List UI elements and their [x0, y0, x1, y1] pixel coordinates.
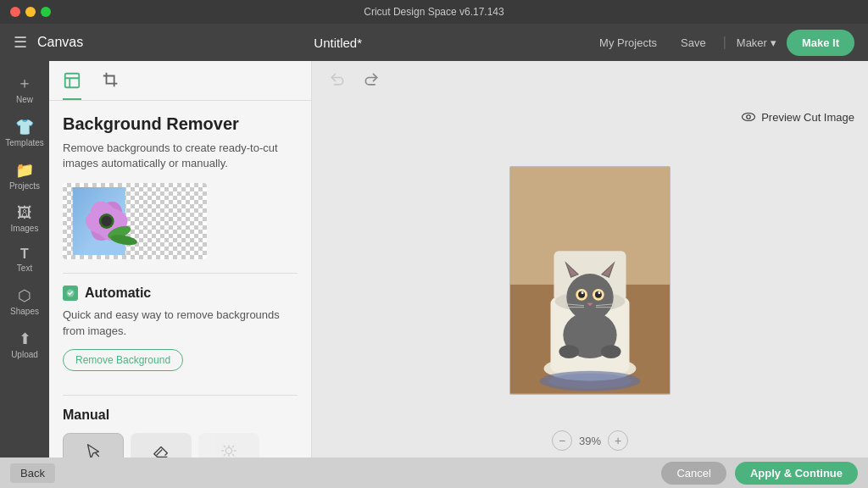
sidebar-item-upload[interactable]: ⬆ Upload	[0, 324, 49, 364]
svg-point-38	[601, 345, 621, 358]
select-icon	[84, 442, 103, 458]
left-panel: Background Remover Remove backgrounds to…	[49, 61, 312, 458]
bottom-right: Cancel Apply & Continue	[661, 462, 858, 485]
make-it-button[interactable]: Make It	[787, 30, 854, 56]
close-icon[interactable]	[10, 7, 20, 17]
sidebar-item-templates[interactable]: 👕 Templates	[0, 113, 49, 152]
maker-button[interactable]: Maker ▾	[737, 36, 776, 49]
sidebar-label-new: New	[16, 95, 33, 104]
flower-preview-image	[67, 187, 169, 255]
new-icon: ＋	[17, 73, 32, 93]
upload-icon: ⬆	[19, 330, 31, 348]
text-icon: T	[20, 247, 29, 262]
svg-point-40	[548, 373, 632, 388]
tab-background-remover[interactable]	[63, 61, 81, 100]
maker-label: Maker	[737, 36, 767, 49]
sidebar-item-images[interactable]: 🖼 Images	[0, 199, 49, 238]
panel-description: Remove backgrounds to create ready-to-cu…	[63, 141, 298, 171]
sidebar-label-projects: Projects	[9, 181, 40, 191]
titlebar: Cricut Design Space v6.17.143	[0, 0, 868, 24]
svg-point-12	[743, 114, 755, 121]
preview-cut-button[interactable]: Preview Cut Image	[741, 109, 854, 125]
sidebar-item-new[interactable]: ＋ New	[0, 68, 49, 109]
svg-point-22	[566, 274, 613, 320]
save-button[interactable]: Save	[674, 33, 713, 53]
cat-image	[509, 166, 670, 395]
sidebar-item-projects[interactable]: 📁 Projects	[0, 156, 49, 196]
svg-rect-0	[65, 74, 80, 88]
sidebar-item-shapes[interactable]: ⬡ Shapes	[0, 281, 49, 321]
sidebar-label-images: Images	[11, 224, 39, 233]
bottom-bar: Back Cancel Apply & Continue	[0, 458, 868, 488]
my-projects-button[interactable]: My Projects	[593, 33, 664, 53]
redo-button[interactable]	[359, 68, 383, 96]
cat-image-svg	[510, 167, 670, 394]
sidebar-label-upload: Upload	[11, 350, 38, 359]
app-title: Cricut Design Space v6.17.143	[364, 6, 504, 18]
divider-1	[63, 273, 298, 274]
svg-point-31	[581, 291, 584, 294]
zoom-out-button[interactable]: −	[552, 430, 572, 451]
select-tool-button[interactable]: Select	[63, 433, 124, 458]
cancel-button[interactable]: Cancel	[661, 462, 726, 485]
sidebar-label-text: Text	[17, 263, 32, 273]
zoom-in-button[interactable]: +	[608, 430, 628, 451]
preview-thumbnail	[63, 183, 207, 259]
canvas-toolbar	[312, 61, 868, 103]
canvas-area: Preview Cut Image	[312, 61, 868, 458]
divider-2	[63, 395, 298, 396]
svg-point-11	[225, 447, 231, 453]
images-icon: 🖼	[17, 204, 32, 222]
panel-content: Background Remover Remove backgrounds to…	[49, 101, 311, 458]
erase-tool-button[interactable]: Erase	[131, 433, 192, 458]
shapes-icon: ⬡	[18, 286, 31, 305]
manual-title: Manual	[63, 408, 298, 423]
erase-icon	[152, 441, 170, 458]
main-layout: ＋ New 👕 Templates 📁 Projects 🖼 Images T …	[0, 61, 868, 458]
divider: |	[723, 35, 726, 50]
undo-button[interactable]	[326, 68, 349, 96]
automatic-title: Automatic	[85, 286, 151, 301]
doc-title: Untitled*	[97, 36, 579, 50]
zoom-level: 39%	[579, 435, 601, 447]
brand-label: Canvas	[37, 35, 83, 50]
restore-tool-button[interactable]: Restore	[198, 433, 259, 458]
header-left: ☰ Canvas	[14, 33, 83, 52]
apply-continue-button[interactable]: Apply & Continue	[735, 462, 858, 485]
restore-icon	[220, 441, 238, 458]
eye-icon	[741, 109, 756, 125]
header-right: My Projects Save | Maker ▾ Make It	[593, 30, 854, 56]
tab-crop[interactable]	[102, 61, 120, 100]
sidebar-item-text[interactable]: T Text	[0, 241, 49, 278]
header: ☰ Canvas Untitled* My Projects Save | Ma…	[0, 24, 868, 61]
canvas-main: Preview Cut Image	[312, 103, 868, 458]
svg-point-13	[747, 115, 751, 119]
automatic-header: Automatic	[63, 286, 298, 301]
sidebar-label-templates: Templates	[5, 138, 44, 147]
templates-icon: 👕	[15, 118, 34, 136]
panel-title: Background Remover	[63, 114, 298, 134]
remove-background-button[interactable]: Remove Background	[63, 349, 183, 371]
preview-cut-label: Preview Cut Image	[761, 111, 854, 124]
automatic-description: Quick and easy way to remove backgrounds…	[63, 308, 298, 338]
menu-icon[interactable]: ☰	[14, 33, 27, 52]
chevron-down-icon: ▾	[771, 36, 776, 49]
zoom-controls: − 39% +	[552, 430, 628, 451]
automatic-badge	[63, 286, 78, 301]
projects-icon: 📁	[15, 161, 34, 180]
sidebar-label-shapes: Shapes	[10, 307, 39, 316]
maximize-icon[interactable]	[41, 7, 51, 17]
svg-point-32	[598, 291, 600, 294]
panel-tabs	[49, 61, 311, 101]
sidebar: ＋ New 👕 Templates 📁 Projects 🖼 Images T …	[0, 61, 49, 458]
minimize-icon[interactable]	[25, 7, 36, 17]
back-button[interactable]: Back	[10, 463, 55, 483]
svg-point-7	[101, 216, 111, 226]
tool-buttons: Select Erase	[63, 433, 298, 458]
window-controls	[10, 7, 51, 17]
svg-point-37	[559, 345, 579, 358]
